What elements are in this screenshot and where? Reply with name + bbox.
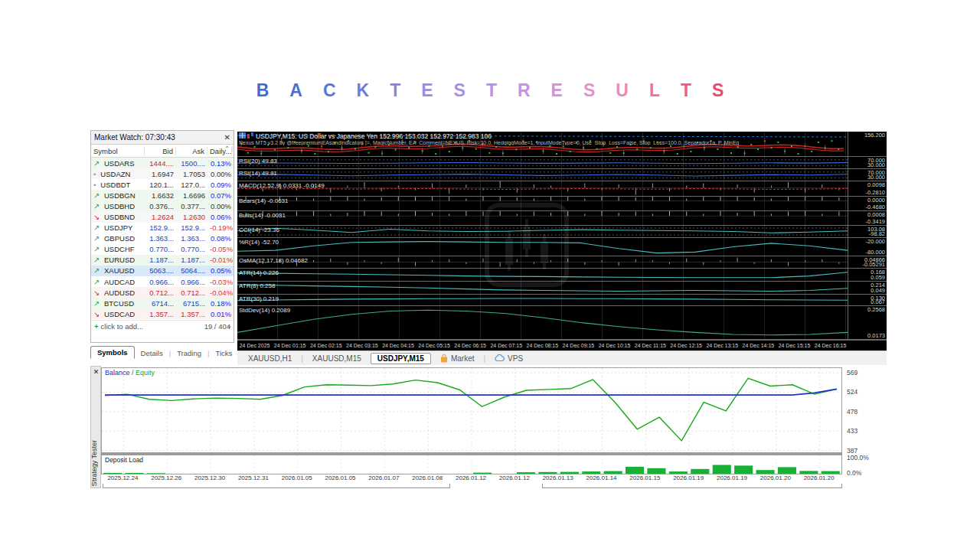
date-tick: 2025.12.31 bbox=[231, 474, 275, 484]
indicator-window-10[interactable]: ATR(30) 0.2190.1300.067 bbox=[237, 295, 887, 306]
daily-change: 0.06% bbox=[207, 213, 234, 221]
symbol-label: XAUUSD bbox=[102, 266, 137, 275]
indicator-axis: 0.0098-0.2810 bbox=[848, 181, 887, 196]
time-tick: 24 Dec 08:15 bbox=[524, 343, 560, 348]
market-watch-row[interactable]: •USDAZN 1.6947 1.7053 0.00% bbox=[91, 168, 234, 179]
indicator-window-2[interactable]: MACD(12,52,9) 0.0331 -0.01490.0098-0.281… bbox=[237, 181, 887, 197]
ask-value: 1500.... bbox=[176, 159, 207, 168]
symbol-label: BTCUSD bbox=[102, 299, 136, 308]
bid-value: 6714... bbox=[145, 299, 176, 308]
deposit-load-chart[interactable]: Deposit Load bbox=[101, 455, 842, 474]
chart-tab-xauusd-h1[interactable]: XAUUSD,H1 bbox=[242, 354, 298, 364]
axis-high-value: 0.0008 bbox=[867, 211, 885, 218]
market-watch-row[interactable]: ↗EURUSD 1.187... 1.187... -0.01% bbox=[91, 255, 234, 266]
axis-low-value: 30.000 bbox=[867, 161, 885, 168]
market-watch-row[interactable]: ↗USDJPY 152.9... 152.9... -0.19% bbox=[91, 223, 234, 233]
market-watch-title: Market Watch: 07:30:43 bbox=[94, 133, 175, 142]
title-letter: T bbox=[390, 80, 400, 101]
market-watch-row[interactable]: ↗AUDCAD 0.966... 0.966... -0.03% bbox=[91, 276, 234, 287]
time-tick: 24 Dec 07:15 bbox=[488, 343, 524, 348]
indicator-window-1[interactable]: RSI(14) 49.9170.00030.000 bbox=[237, 169, 887, 181]
chart-area[interactable]: USDJPY,M15: US Dollar vs Japanese Yen 15… bbox=[237, 132, 887, 350]
symbol-label: AUDCAD bbox=[102, 278, 137, 286]
indicator-label: OsMA(12,17,18) 0.04682 bbox=[239, 257, 308, 264]
symbol-label: USDARS bbox=[102, 159, 137, 168]
title-letter: E bbox=[551, 80, 563, 101]
indicator-window-11[interactable]: StdDev(14) 0.20890.25680.0173 bbox=[237, 306, 887, 340]
time-tick: 24 Dec 15:15 bbox=[776, 343, 812, 348]
indicator-axis: -20.000-80.000 bbox=[848, 238, 887, 256]
screenshot-root: { "title": { "letters": ["B","A","C","K"… bbox=[0, 0, 980, 551]
date-tick: 2026.01.15 bbox=[623, 474, 667, 484]
ask-value: 1.7053 bbox=[176, 170, 207, 178]
click-to-add[interactable]: +click to add... bbox=[94, 322, 143, 331]
chart-tab-usdjpy-m15[interactable]: USDJPY,M15 bbox=[371, 353, 431, 364]
ask-value: 1.187... bbox=[176, 256, 207, 264]
strategy-tester-panel: ✕ Strategy Tester Balance / Equity Depos… bbox=[90, 366, 887, 488]
time-tick: 24 Dec 2025 bbox=[237, 343, 272, 348]
indicator-axis: 0.1300.067 bbox=[848, 295, 887, 305]
chart-tab-xauusd-m15[interactable]: XAUUSD,M15 bbox=[306, 354, 368, 364]
tab-trading[interactable]: Trading bbox=[171, 347, 207, 359]
ask-value: 5064.... bbox=[176, 266, 207, 275]
market-watch-row[interactable]: ↗USDBHD 0.376... 0.377... 0.00% bbox=[91, 201, 234, 211]
tab-ticks[interactable]: Ticks bbox=[209, 347, 238, 359]
close-icon[interactable]: ✕ bbox=[224, 133, 230, 142]
legend-equity: Equity bbox=[136, 369, 155, 377]
daily-change: 0.09% bbox=[207, 181, 234, 189]
indicator-window-0[interactable]: RSI(20) 49.8370.00030.000 bbox=[237, 157, 887, 169]
market-watch-row[interactable]: ↘USDCAD 1.357... 1.357... 0.01% bbox=[91, 308, 234, 319]
market-watch-row[interactable]: ↗BTCUSD 6714... 6715... 0.18% bbox=[91, 298, 234, 308]
column-bid[interactable]: Bid bbox=[145, 147, 176, 155]
indicator-axis: 0.0008-0.3419 bbox=[848, 211, 887, 225]
scroll-down-icon[interactable]: ⌄ bbox=[227, 322, 232, 329]
daily-change: 0.00% bbox=[207, 202, 234, 210]
axis-high-value: 0.0000 bbox=[867, 197, 885, 204]
market-watch-row[interactable]: ↗GBPUSD 1.363... 1.363... 0.08% bbox=[91, 233, 234, 244]
time-tick: 24 Dec 04:15 bbox=[380, 343, 416, 348]
bid-value: 1.6632 bbox=[145, 191, 176, 200]
tab-symbols[interactable]: Symbols bbox=[90, 346, 135, 359]
market-watch-row[interactable]: ↗USDCHF 0.770... 0.770... -0.05% bbox=[91, 244, 234, 255]
title-letter: U bbox=[616, 80, 629, 101]
ask-value: 1.363... bbox=[176, 234, 207, 243]
date-tick: 2026.01.14 bbox=[580, 474, 623, 484]
ea-parameters-text: Nexus MT5 v3.2 by @freepremiumEAsandindi… bbox=[239, 140, 739, 145]
time-tick: 24 Dec 13:15 bbox=[704, 343, 740, 348]
time-tick: 24 Dec 16:15 bbox=[812, 343, 848, 348]
chart-grid-icon bbox=[239, 132, 246, 139]
axis-low-value: 0.049 bbox=[871, 287, 885, 294]
indicator-label: MACD(12,52,9) 0.0331 -0.0149 bbox=[239, 182, 325, 189]
close-icon[interactable]: ✕ bbox=[92, 367, 100, 377]
market-watch-row[interactable]: ↘USDBND 1.2624 1.2630 0.06% bbox=[91, 211, 234, 222]
scroll-up-icon[interactable]: ⌃ bbox=[222, 145, 233, 152]
title-letter: B bbox=[256, 80, 270, 101]
date-tick: 2026.01.12 bbox=[449, 474, 493, 484]
chart-tab-market[interactable]: Market bbox=[434, 354, 481, 364]
market-watch-row[interactable]: ↗USDBGN 1.6632 1.6696 0.07% bbox=[91, 190, 234, 201]
column-symbol[interactable]: Symbol bbox=[91, 147, 145, 155]
market-watch-row[interactable]: ↘AUDUSD 0.712... 0.712... -0.04% bbox=[91, 287, 234, 298]
tab-separator: | bbox=[301, 354, 303, 363]
tab-details[interactable]: Details bbox=[135, 347, 169, 359]
direction-icon: ↗ bbox=[93, 159, 100, 168]
balance-axis-tick: 433 bbox=[847, 427, 858, 435]
chart-type-icon bbox=[247, 132, 254, 139]
axis-low-value: -98.82 bbox=[869, 230, 885, 237]
market-watch-row[interactable]: •USDBDT 120.1... 127.0... 0.09% bbox=[91, 179, 234, 190]
market-watch-row[interactable]: ↗XAUUSD 5063.... 5064.... 0.05% bbox=[91, 266, 234, 276]
tab-separator: | bbox=[483, 354, 485, 363]
market-watch-header: Market Watch: 07:30:43 ✕ bbox=[91, 131, 234, 145]
market-watch-row[interactable]: ↗USDARS 1444.... 1500.... 0.13% bbox=[91, 158, 234, 168]
time-tick: 24 Dec 03:15 bbox=[344, 343, 380, 348]
chart-tab-vps[interactable]: VPS bbox=[488, 354, 529, 364]
axis-low-value: -80.000 bbox=[866, 249, 885, 256]
indicator-axis: 70.00030.000 bbox=[848, 169, 887, 181]
price-window[interactable]: USDJPY,M15: US Dollar vs Japanese Yen 15… bbox=[237, 132, 887, 157]
strategy-tester-label: Strategy Tester bbox=[90, 440, 98, 486]
column-ask[interactable]: Ask bbox=[176, 147, 207, 155]
direction-icon: ↘ bbox=[93, 289, 100, 297]
page-title: BACKTESTRESULTS bbox=[0, 80, 980, 101]
balance-equity-chart[interactable]: Balance / Equity bbox=[101, 367, 842, 453]
axis-low-value: 0.059 bbox=[871, 274, 885, 281]
